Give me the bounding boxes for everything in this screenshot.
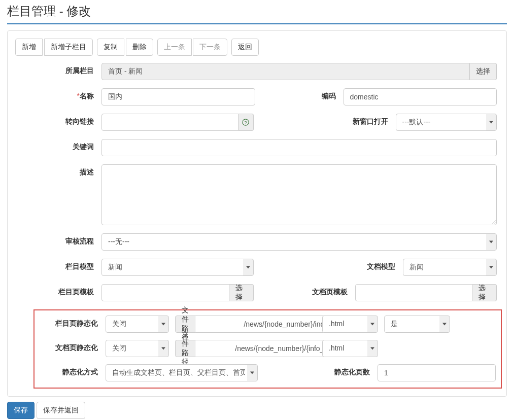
save-back-button[interactable]: 保存并返回 (37, 402, 85, 419)
svg-text:?: ? (245, 119, 247, 125)
footer: 保存 保存并返回 (7, 402, 507, 419)
description-textarea[interactable] (101, 164, 497, 225)
node-static-yes-select[interactable]: 是 (384, 316, 450, 333)
node-static-enable-select[interactable]: 关闭 (106, 316, 169, 333)
node-tpl-label: 栏目页模板 (15, 284, 101, 297)
new-window-select[interactable]: ---默认--- (396, 114, 497, 131)
keywords-label: 关键词 (15, 139, 101, 152)
prev-button[interactable]: 上一条 (157, 39, 192, 56)
code-input[interactable] (344, 88, 497, 106)
header-rule (7, 23, 507, 24)
back-button[interactable]: 返回 (231, 39, 259, 56)
parent-display: 首页 - 新闻 (101, 63, 470, 80)
redirect-input[interactable] (101, 114, 238, 131)
keywords-input[interactable] (101, 139, 497, 156)
doc-model-select[interactable]: 新闻 (403, 259, 497, 276)
doc-static-path-input[interactable] (195, 340, 338, 357)
node-model-select[interactable]: 新闻 (101, 259, 254, 276)
name-input[interactable] (101, 88, 255, 106)
page-title: 栏目管理 - 修改 (7, 3, 507, 19)
doc-static-path-label: 文件路径 (175, 340, 195, 357)
save-button[interactable]: 保存 (7, 402, 35, 419)
doc-static-enable-select[interactable]: 关闭 (106, 340, 169, 357)
code-label: 编码 (257, 88, 344, 101)
doc-model-label: 文档模型 (317, 259, 403, 271)
static-mode-label: 静态化方式 (38, 364, 106, 377)
static-mode-select[interactable]: 自动生成文档页、栏目页、父栏目页、首页 (106, 364, 258, 381)
node-static-label: 栏目页静态化 (38, 316, 106, 328)
redirect-label: 转向链接 (15, 114, 101, 126)
doc-tpl-select-button[interactable]: 选择 (472, 284, 497, 301)
new-window-label: 新窗口打开 (310, 114, 396, 126)
doc-tpl-label: 文档页模板 (269, 284, 355, 297)
node-tpl-select-button[interactable]: 选择 (229, 284, 254, 301)
form-panel: 新增 新增子栏目 复制 删除 上一条 下一条 返回 所属栏目 首页 - 新闻 选… (7, 30, 507, 397)
static-pages-label: 静态化页数 (276, 364, 378, 377)
name-label: *名称 (15, 88, 101, 101)
node-static-ext-select[interactable]: .html (322, 316, 378, 333)
new-child-button[interactable]: 新增子栏目 (44, 39, 93, 56)
doc-static-ext-select[interactable]: .html (322, 340, 378, 357)
node-tpl-input[interactable] (101, 284, 229, 301)
next-button[interactable]: 下一条 (193, 39, 227, 56)
node-model-label: 栏目模型 (15, 259, 101, 271)
audit-select[interactable]: ---无--- (101, 233, 497, 251)
copy-button[interactable]: 复制 (97, 39, 124, 56)
parent-select-button[interactable]: 选择 (470, 63, 497, 80)
help-icon[interactable]: ? (238, 114, 254, 131)
parent-label: 所属栏目 (15, 63, 101, 76)
static-pages-input[interactable] (378, 364, 496, 381)
doc-tpl-input[interactable] (355, 284, 473, 301)
toolbar: 新增 新增子栏目 复制 删除 上一条 下一条 返回 (15, 39, 499, 56)
static-highlight-box: 栏目页静态化 关闭 文件路径 .html 是 文档页静态化 (33, 309, 502, 389)
doc-static-label: 文档页静态化 (38, 340, 106, 353)
description-label: 描述 (15, 164, 101, 177)
node-static-path-input[interactable] (195, 316, 338, 333)
new-button[interactable]: 新增 (15, 39, 43, 56)
delete-button[interactable]: 删除 (126, 39, 153, 56)
audit-label: 审核流程 (15, 233, 101, 246)
